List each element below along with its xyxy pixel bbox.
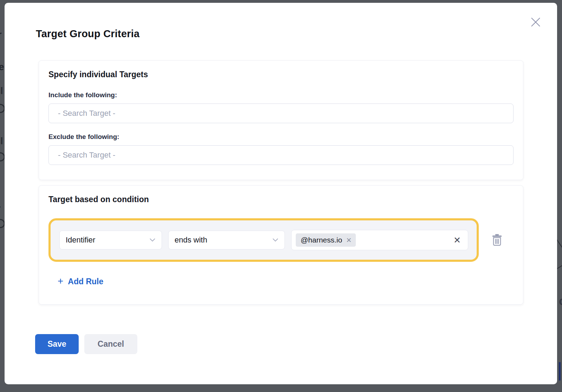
value-chip: @harness.io ✕ <box>296 233 356 247</box>
operator-select[interactable]: ends with <box>168 231 285 250</box>
chevron-down-icon <box>273 238 278 242</box>
individual-targets-heading: Specify individual Targets <box>48 70 514 79</box>
background-shape-fragment <box>0 152 5 161</box>
background-text-fragment: pe <box>0 62 4 72</box>
dialog-footer: Save Cancel <box>35 334 137 354</box>
background-shape-fragment <box>559 362 561 380</box>
attribute-select[interactable]: Identifier <box>59 231 162 250</box>
close-button[interactable] <box>530 16 542 28</box>
plus-icon: + <box>58 276 63 286</box>
individual-targets-card: Specify individual Targets Include the f… <box>39 60 523 180</box>
trash-icon <box>492 233 502 246</box>
background-shape-fragment <box>0 104 5 113</box>
background-text-fragment: c <box>559 295 562 307</box>
save-button[interactable]: Save <box>35 334 79 354</box>
condition-card: Target based on condition Identifier end… <box>39 185 523 305</box>
close-icon <box>530 16 542 28</box>
background-text-fragment: cl <box>0 137 3 146</box>
rule-line: Identifier ends with @harness.io <box>48 218 514 262</box>
add-rule-label: Add Rule <box>68 277 103 286</box>
screen: er pe cl cl r c Target Group Criteria Sp… <box>0 0 562 392</box>
value-chip-label: @harness.io <box>301 236 342 244</box>
dialog-title: Target Group Criteria <box>36 28 139 40</box>
background-text-fragment: cl <box>0 86 3 96</box>
attribute-select-value: Identifier <box>66 235 95 245</box>
cancel-button[interactable]: Cancel <box>84 334 137 354</box>
exclude-target-input[interactable] <box>48 145 514 165</box>
remove-value-icon[interactable]: ✕ <box>346 237 352 244</box>
clear-values-icon[interactable]: ✕ <box>453 236 461 245</box>
chevron-down-icon <box>150 238 155 242</box>
background-text-fragment: r <box>0 204 1 213</box>
include-target-input[interactable] <box>48 104 514 123</box>
rule-values-input[interactable]: @harness.io ✕ ✕ <box>291 230 468 250</box>
background-text-fragment: er <box>0 30 2 40</box>
delete-rule-button[interactable] <box>492 233 502 247</box>
condition-heading: Target based on condition <box>48 195 514 204</box>
rule-row-highlighted: Identifier ends with @harness.io <box>48 218 479 262</box>
exclude-label: Exclude the following: <box>48 133 514 141</box>
include-label: Include the following: <box>48 91 514 99</box>
operator-select-value: ends with <box>175 235 207 245</box>
target-group-criteria-dialog: Target Group Criteria Specify individual… <box>5 3 557 384</box>
background-shape-fragment <box>0 219 5 228</box>
add-rule-button[interactable]: + Add Rule <box>58 277 103 286</box>
